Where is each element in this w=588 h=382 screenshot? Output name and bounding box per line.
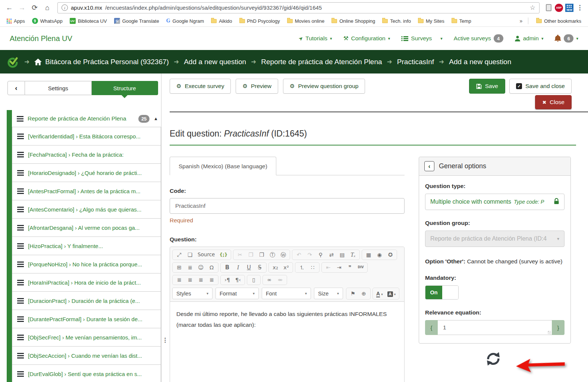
drag-handle-icon[interactable] xyxy=(17,316,24,322)
breadcrumb-current[interactable]: Add a new question xyxy=(449,58,511,66)
copy-icon[interactable]: ❐ xyxy=(248,252,254,258)
maximize-icon[interactable]: ⤢ xyxy=(176,252,182,258)
nav-tutorials[interactable]: ➤ Tutorials ▾ xyxy=(299,35,332,42)
ordered-list-icon[interactable]: ⒈ xyxy=(299,265,305,270)
close-button[interactable]: ✖ Close xyxy=(535,95,572,109)
blockquote-icon[interactable]: ❞ xyxy=(347,265,353,270)
breadcrumb-add-question-link[interactable]: Add a new question xyxy=(184,58,246,66)
chevron-down-icon[interactable]: ▾ xyxy=(440,36,443,41)
format-dropdown[interactable]: Format▾ xyxy=(216,288,259,299)
drag-handle-icon[interactable] xyxy=(17,152,24,157)
div-container-icon[interactable]: DIV xyxy=(358,266,364,269)
browser-forward-button[interactable]: → xyxy=(16,2,28,13)
bookmark-temp[interactable]: Temp xyxy=(449,18,474,25)
drag-handle-icon[interactable] xyxy=(17,134,24,139)
code-input[interactable] xyxy=(170,198,405,214)
redo-icon[interactable]: ↷ xyxy=(306,252,313,258)
limesurvey-logo[interactable] xyxy=(6,55,19,69)
templates-icon[interactable]: ❏ xyxy=(187,252,193,258)
unlink-icon[interactable]: ∞ xyxy=(277,277,283,283)
bookmarks-overflow-chevron[interactable]: » xyxy=(520,18,523,24)
nav-surveys[interactable]: Surveys ▾ xyxy=(401,35,443,42)
extension-page-icon[interactable] xyxy=(544,3,553,12)
nav-user-admin[interactable]: admin ▾ xyxy=(515,35,544,42)
find-icon[interactable]: ⚲ xyxy=(317,252,324,258)
link-icon[interactable]: ∞ xyxy=(266,277,273,283)
bookmark-phd-psycology[interactable]: PhD Psycology xyxy=(237,18,282,25)
list-item[interactable]: [AfrontarDesgana] › Al verme con pocas g… xyxy=(12,218,161,237)
unordered-list-icon[interactable]: ∷ xyxy=(309,265,316,270)
align-justify-icon[interactable]: ≣ xyxy=(208,277,215,283)
bookmark-online-shopping[interactable]: Online Shopping xyxy=(329,18,377,25)
nav-notifications[interactable]: 6 ▾ xyxy=(554,34,578,43)
bookmark-whatsapp[interactable]: 9WhatsApp xyxy=(30,17,65,25)
bookmark-google-ngram[interactable]: GGoogle Ngram xyxy=(164,17,206,25)
execute-survey-button[interactable]: ⚙ Execute survey xyxy=(170,79,231,94)
list-item[interactable]: [VerificarIdentidad] › Esta Bitácora cor… xyxy=(12,127,161,145)
save-button[interactable]: Save xyxy=(469,79,505,94)
bookmark-biblioteca-uv[interactable]: UVBiblioteca UV xyxy=(67,17,109,25)
drag-handle-icon[interactable] xyxy=(17,298,24,304)
list-item[interactable]: [HizoPractica] › Y finalmente... xyxy=(12,237,161,255)
undo-icon[interactable]: ↶ xyxy=(296,252,302,258)
align-right-icon[interactable]: ≣ xyxy=(198,277,204,283)
preview-question-group-button[interactable]: ⚙ Preview question group xyxy=(283,79,365,94)
list-item[interactable]: [HorarioDesignado] › ¿Qué horario de prá… xyxy=(12,163,161,182)
bookmark-my-sites[interactable]: My Sites xyxy=(416,18,447,25)
list-item[interactable]: [DuracionPract] › Duración de la práctic… xyxy=(12,291,161,310)
nav-configuration[interactable]: ⚒ Configuration ▾ xyxy=(343,35,390,42)
question-group-header[interactable]: Reporte de práctica de Atención Plena 25… xyxy=(12,110,161,127)
text-color-button[interactable]: A▾ xyxy=(376,290,383,297)
image-icon[interactable]: ▦ xyxy=(365,252,372,258)
limesurvey-replacement-icon[interactable]: {;} xyxy=(219,253,227,257)
browser-reload-button[interactable]: ⟳ xyxy=(29,2,40,13)
drag-handle-icon[interactable] xyxy=(17,353,24,358)
tab-structure[interactable]: Structure xyxy=(92,81,158,95)
bookmark-other-bookmarks[interactable]: Other bookmarks xyxy=(534,18,584,25)
replace-icon[interactable]: ⇄ xyxy=(328,252,334,258)
question-text-editable-area[interactable]: Desde mi último reporte, he llevado a ca… xyxy=(170,301,404,382)
paste-text-icon[interactable]: Ⓣ xyxy=(269,252,276,258)
browser-back-button[interactable]: ← xyxy=(4,2,15,13)
align-center-icon[interactable]: ≣ xyxy=(187,277,193,283)
mandatory-toggle[interactable]: On xyxy=(425,285,459,300)
list-item[interactable]: [DurantePractFormal] › Durante la sesión… xyxy=(12,310,161,328)
breadcrumb-question-link[interactable]: PracticasInf xyxy=(397,58,434,66)
drag-handle-icon[interactable] xyxy=(17,280,24,285)
bookmark-aikido[interactable]: Aikido xyxy=(209,18,234,25)
horizontal-rule-icon[interactable]: ≣ xyxy=(187,265,193,270)
refresh-icon[interactable] xyxy=(484,351,502,367)
breadcrumb-group-link[interactable]: Reporte de práctica de Atención Plena xyxy=(261,58,382,66)
drag-handle-icon[interactable] xyxy=(17,170,24,176)
list-item[interactable]: [AntesPractFormal] › Antes de la práctic… xyxy=(12,182,161,200)
drag-handle-icon[interactable] xyxy=(17,225,24,231)
list-item[interactable]: [HoraIniPractica] › Hora de inicio de la… xyxy=(12,273,161,292)
media-icon[interactable]: ◉ xyxy=(376,252,383,258)
address-bar[interactable]: i apuv.x10.mx /encuestas/index.php/admin… xyxy=(57,2,540,13)
bookmark-movies-online[interactable]: Movies online xyxy=(285,18,327,25)
font-dropdown[interactable]: Font▾ xyxy=(262,288,311,299)
subscript-icon[interactable]: x₂ xyxy=(272,265,279,270)
drag-handle-icon[interactable] xyxy=(17,335,24,340)
bookmark-apps[interactable]: Apps xyxy=(4,18,27,25)
special-char-icon[interactable]: Ω xyxy=(208,265,215,270)
text-direction-ltr-icon[interactable]: ›¶ xyxy=(224,277,230,283)
outdent-icon[interactable]: ⇤ xyxy=(325,265,331,270)
tab-settings[interactable]: Settings xyxy=(25,81,92,95)
remove-format-icon[interactable]: Tₓ xyxy=(350,252,356,258)
relevance-equation-input[interactable] xyxy=(438,320,552,335)
nav-active-surveys[interactable]: Active surveys 4 xyxy=(454,34,503,43)
size-dropdown[interactable]: Size▾ xyxy=(314,288,343,299)
paste-icon[interactable]: ❒ xyxy=(258,252,265,258)
globe-icon[interactable]: ⊕ xyxy=(361,291,367,297)
drag-handle-icon[interactable] xyxy=(17,188,24,194)
drag-handle-icon[interactable] xyxy=(17,243,24,249)
extension-adblock-icon[interactable]: ABP xyxy=(554,3,563,12)
background-color-button[interactable]: A▾ xyxy=(387,290,396,297)
select-all-icon[interactable]: ▤ xyxy=(339,252,345,258)
flash-icon[interactable]: ✪ xyxy=(387,252,393,258)
strikethrough-icon[interactable]: S xyxy=(257,265,263,270)
site-brand[interactable]: Atención Plena UV xyxy=(10,34,72,43)
table-icon[interactable]: ⊞ xyxy=(176,265,182,270)
preview-button[interactable]: ⚙ Preview xyxy=(236,79,278,94)
